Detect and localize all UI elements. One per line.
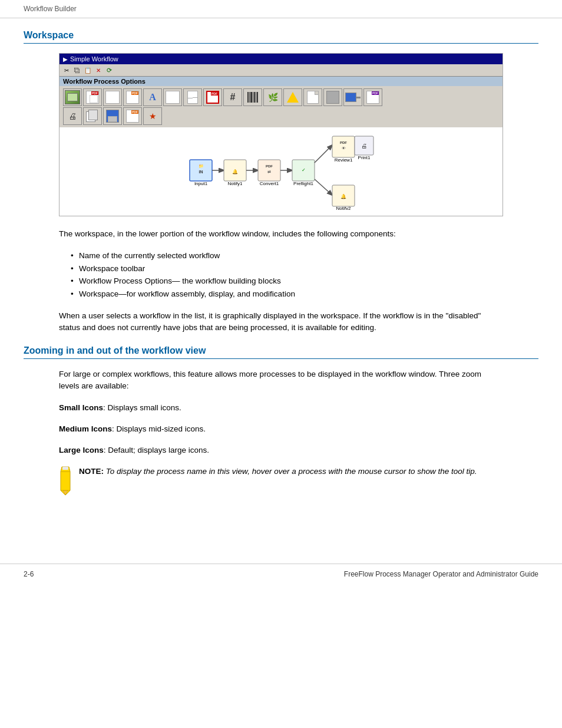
svg-text:Notify1: Notify1	[228, 181, 243, 186]
title-arrow-icon: ▶	[63, 56, 68, 62]
svg-text:Review1: Review1	[335, 157, 353, 163]
wf-icon-leaf: 🌿	[263, 88, 282, 106]
wf-icon-triangle	[283, 88, 302, 106]
zoom-heading: Zooming in and out of the workflow view	[24, 345, 538, 359]
svg-text:👁: 👁	[342, 146, 346, 150]
workspace-intro: The workspace, in the lower portion of t…	[59, 228, 503, 240]
svg-text:Notify2: Notify2	[336, 206, 351, 210]
large-icons-label: Large Icons	[59, 446, 104, 454]
bullet-item-4: Workspace—for workflow assembly, display…	[71, 288, 503, 301]
wf-icon-hash: #	[223, 88, 242, 106]
options-label: Workflow Process Options	[63, 78, 146, 85]
medium-icons-label: Medium Icons	[59, 424, 112, 433]
breadcrumb-text: Workflow Builder	[24, 5, 77, 13]
svg-text:✓: ✓	[302, 167, 306, 173]
svg-text:⇄: ⇄	[267, 170, 271, 174]
page-container: Workflow Builder Workspace ▶ Simple Work…	[0, 0, 562, 728]
copy-icon: ⿻	[72, 65, 82, 75]
svg-text:IN: IN	[199, 170, 203, 174]
wf-icon-grid	[323, 88, 342, 106]
svg-text:PDF: PDF	[266, 164, 273, 168]
note-text: NOTE: To display the process name in thi…	[79, 466, 477, 477]
wf-icon-printer: 🖨	[63, 107, 82, 125]
wf-icon-doc-copy	[83, 107, 102, 125]
svg-line-26	[315, 179, 332, 195]
small-icons-para: Small Icons: Displays small icons.	[59, 402, 503, 414]
paste-icon: 📋	[83, 65, 92, 75]
breadcrumb: Workflow Builder	[0, 0, 562, 18]
svg-line-17	[315, 145, 332, 163]
small-icons-label: Small Icons	[59, 403, 103, 412]
note-label: NOTE:	[79, 467, 104, 476]
bullet-item-2: Workspace toolbar	[71, 262, 503, 275]
svg-text:Input1: Input1	[194, 181, 208, 186]
delete-icon: ✕	[94, 65, 103, 75]
wf-icon-table	[103, 88, 122, 106]
process-options-icons: PDF PDF	[59, 86, 503, 127]
svg-text:Convert1: Convert1	[260, 181, 279, 186]
refresh-icon: ⟳	[104, 65, 114, 75]
screenshot-container: ▶ Simple Workflow ✂ ⿻ 📋 ✕ ⟳ Workflow Pro…	[59, 53, 503, 216]
main-content: Workspace ▶ Simple Workflow ✂ ⿻ 📋 ✕ ⟳	[0, 18, 562, 528]
wf-icon-pdf3: PDF	[203, 88, 222, 106]
guide-title: FreeFlow Process Manager Operator and Ad…	[344, 570, 538, 578]
wf-icon-notify-red: ★	[143, 107, 162, 125]
small-icons-text: : Displays small icons.	[103, 403, 181, 412]
page-number: 2-6	[24, 570, 34, 578]
wf-icon-text: A	[143, 88, 162, 106]
wf-icon-pdf1: PDF	[83, 88, 102, 106]
icons-row-2: 🖨	[63, 107, 499, 125]
svg-text:🔔: 🔔	[340, 193, 346, 199]
large-icons-para: Large Icons: Default; displays large ico…	[59, 444, 503, 456]
wf-icon-table2	[163, 88, 182, 106]
wf-icon-input	[63, 88, 82, 106]
cut-icon: ✂	[62, 65, 71, 75]
large-icons-text: : Default; displays large icons.	[104, 446, 209, 454]
wf-icon-pdf5: PDF	[123, 107, 142, 125]
bullet-item-1: Name of the currently selected workflow	[71, 249, 503, 262]
medium-icons-para: Medium Icons: Displays mid-sized icons.	[59, 423, 503, 435]
svg-text:Preflight1: Preflight1	[293, 181, 313, 186]
svg-text:🔔: 🔔	[232, 169, 238, 174]
screenshot-workspace: 📁 IN Input1 🔔 Notify1 PDF ⇄ Convert1	[59, 127, 503, 216]
note-body: To display the process name in this view…	[104, 467, 477, 476]
screenshot-title: Simple Workflow	[70, 55, 118, 62]
options-bar: Workflow Process Options	[59, 77, 503, 86]
workspace-heading: Workspace	[24, 30, 538, 44]
wf-icon-barcode	[243, 88, 262, 106]
pencil-svg	[59, 466, 71, 496]
wf-icon-monitor	[343, 88, 362, 106]
screenshot-titlebar: ▶ Simple Workflow	[59, 54, 503, 64]
svg-text:🖨: 🖨	[361, 143, 367, 149]
wf-icon-save	[103, 107, 122, 125]
workspace-body: When a user selects a workflow in the li…	[59, 310, 503, 334]
note-box: NOTE: To display the process name in thi…	[59, 466, 503, 495]
svg-text:PDF: PDF	[340, 141, 347, 144]
zoom-intro: For large or complex workflows, this fea…	[59, 368, 503, 393]
note-pencil-icon	[59, 466, 72, 495]
svg-rect-32	[62, 467, 68, 470]
svg-text:Print1: Print1	[358, 155, 371, 160]
workflow-diagram-svg: 📁 IN Input1 🔔 Notify1 PDF ⇄ Convert1	[187, 133, 375, 210]
wf-icon-pdf4: PDF	[363, 88, 382, 106]
page-footer: 2-6 FreeFlow Process Manager Operator an…	[0, 564, 562, 584]
svg-text:📁: 📁	[199, 163, 204, 169]
bullet-item-3: Workflow Process Options— the workflow b…	[71, 275, 503, 288]
screenshot-toolbar: ✂ ⿻ 📋 ✕ ⟳	[59, 64, 503, 77]
wf-icon-page2	[303, 88, 322, 106]
icons-row-1: PDF PDF	[63, 88, 499, 106]
workspace-bullet-list: Name of the currently selected workflow …	[71, 249, 503, 300]
medium-icons-text: : Displays mid-sized icons.	[112, 424, 206, 433]
wf-icon-pdf2: PDF	[123, 88, 142, 106]
wf-icon-page	[183, 88, 202, 106]
